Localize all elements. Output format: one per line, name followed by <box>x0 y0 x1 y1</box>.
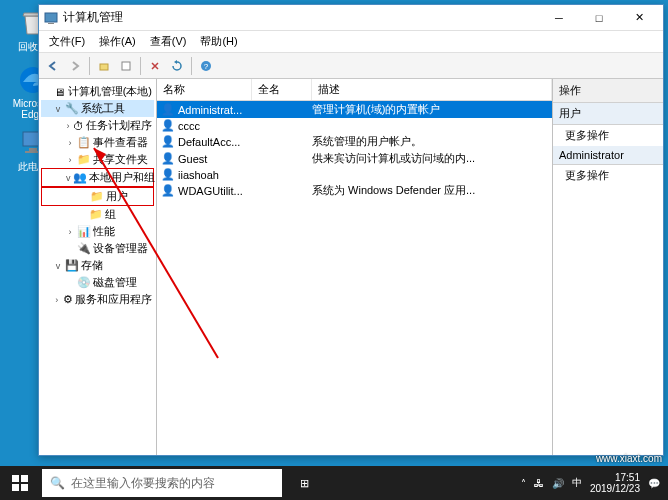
svg-rect-5 <box>48 23 54 24</box>
delete-button[interactable] <box>145 56 165 76</box>
start-button[interactable] <box>0 466 40 500</box>
folder-icon: 📁 <box>90 190 104 204</box>
svg-rect-15 <box>21 484 28 491</box>
svg-rect-2 <box>29 148 37 151</box>
list-row[interactable]: 👤DefaultAcc...系统管理的用户帐户。 <box>157 133 552 150</box>
help-button[interactable]: ? <box>196 56 216 76</box>
actions-more-1[interactable]: 更多操作 <box>553 125 663 146</box>
event-icon: 📋 <box>77 136 91 150</box>
close-button[interactable]: ✕ <box>619 6 659 30</box>
titlebar[interactable]: 计算机管理 ─ □ ✕ <box>39 5 663 31</box>
tree-performance[interactable]: ›📊性能 <box>41 223 154 240</box>
users-icon: 👥 <box>73 171 87 185</box>
actions-header: 操作 <box>553 79 663 103</box>
tree-groups[interactable]: 📁组 <box>41 206 154 223</box>
menu-view[interactable]: 查看(V) <box>144 32 193 51</box>
svg-rect-6 <box>100 64 108 70</box>
menu-file[interactable]: 文件(F) <box>43 32 91 51</box>
user-icon: 👤 <box>161 135 175 148</box>
tray-notifications-icon[interactable]: 💬 <box>648 478 660 489</box>
tree-system-tools[interactable]: v🔧系统工具 <box>41 100 154 117</box>
svg-rect-4 <box>45 13 57 22</box>
list-row[interactable]: 👤Guest供来宾访问计算机或访问域的内... <box>157 150 552 167</box>
svg-text:?: ? <box>204 62 209 71</box>
storage-icon: 💾 <box>65 259 79 273</box>
tray-ime-icon[interactable]: 中 <box>572 476 582 490</box>
tree-device-manager[interactable]: 🔌设备管理器 <box>41 240 154 257</box>
tools-icon: 🔧 <box>65 102 79 116</box>
tree-event-viewer[interactable]: ›📋事件查看器 <box>41 134 154 151</box>
search-box[interactable]: 🔍 在这里输入你要搜索的内容 <box>42 469 282 497</box>
folder-icon: 📁 <box>77 153 91 167</box>
list-header: 名称 全名 描述 <box>157 79 552 101</box>
search-placeholder: 在这里输入你要搜索的内容 <box>71 475 215 492</box>
tray-clock[interactable]: 17:51 2019/12/23 <box>590 472 640 494</box>
folder-icon: 📁 <box>89 208 103 222</box>
properties-button[interactable] <box>116 56 136 76</box>
user-icon: 👤 <box>161 103 175 116</box>
user-icon: 👤 <box>161 119 175 132</box>
actions-section-admin[interactable]: Administrator <box>553 146 663 165</box>
search-icon: 🔍 <box>50 476 65 490</box>
svg-rect-13 <box>21 475 28 482</box>
tree-task-scheduler[interactable]: ›⏱任务计划程序 <box>41 117 154 134</box>
col-name[interactable]: 名称 <box>157 79 252 100</box>
svg-rect-14 <box>12 484 19 491</box>
actions-section-users[interactable]: 用户 <box>553 103 663 125</box>
menu-action[interactable]: 操作(A) <box>93 32 142 51</box>
list-row[interactable]: 👤cccc <box>157 118 552 133</box>
list-row[interactable]: 👤iiashoah <box>157 167 552 182</box>
user-icon: 👤 <box>161 152 175 165</box>
system-tray[interactable]: ˄ 🖧 🔊 中 17:51 2019/12/23 💬 <box>513 472 668 494</box>
tree-disk-management[interactable]: 💿磁盘管理 <box>41 274 154 291</box>
computer-management-window: 计算机管理 ─ □ ✕ 文件(F) 操作(A) 查看(V) 帮助(H) ? 🖥计… <box>38 4 664 456</box>
list-panel: 名称 全名 描述 👤Administrat...管理计算机(域)的内置帐户👤cc… <box>157 79 553 455</box>
tree-storage[interactable]: v💾存储 <box>41 257 154 274</box>
tree-panel[interactable]: 🖥计算机管理(本地) v🔧系统工具 ›⏱任务计划程序 ›📋事件查看器 ›📁共享文… <box>39 79 157 455</box>
clock-icon: ⏱ <box>73 119 84 133</box>
device-icon: 🔌 <box>77 242 91 256</box>
list-body[interactable]: 👤Administrat...管理计算机(域)的内置帐户👤cccc👤Defaul… <box>157 101 552 455</box>
svg-rect-7 <box>122 62 130 70</box>
computer-icon: 🖥 <box>54 85 66 99</box>
user-icon: 👤 <box>161 168 175 181</box>
task-view-button[interactable]: ⊞ <box>284 466 324 500</box>
col-desc[interactable]: 描述 <box>312 79 552 100</box>
list-row[interactable]: 👤WDAGUtilit...系统为 Windows Defender 应用... <box>157 182 552 199</box>
tray-volume-icon[interactable]: 🔊 <box>552 478 564 489</box>
app-icon <box>43 10 59 26</box>
svg-rect-12 <box>12 475 19 482</box>
disk-icon: 💿 <box>77 276 91 290</box>
actions-more-2[interactable]: 更多操作 <box>553 165 663 186</box>
back-button[interactable] <box>43 56 63 76</box>
toolbar: ? <box>39 53 663 79</box>
user-icon: 👤 <box>161 184 175 197</box>
list-row[interactable]: 👤Administrat...管理计算机(域)的内置帐户 <box>157 101 552 118</box>
services-icon: ⚙ <box>63 293 74 307</box>
actions-panel: 操作 用户 更多操作 Administrator 更多操作 <box>553 79 663 455</box>
watermark: www.xiaxt.com <box>596 453 662 464</box>
tray-network-icon[interactable]: 🖧 <box>534 478 544 489</box>
maximize-button[interactable]: □ <box>579 6 619 30</box>
refresh-button[interactable] <box>167 56 187 76</box>
col-fullname[interactable]: 全名 <box>252 79 312 100</box>
forward-button[interactable] <box>65 56 85 76</box>
perf-icon: 📊 <box>77 225 91 239</box>
tree-services-apps[interactable]: ›⚙服务和应用程序 <box>41 291 154 308</box>
tree-local-users-groups[interactable]: v👥本地用户和组 <box>41 168 154 187</box>
tree-shared-folders[interactable]: ›📁共享文件夹 <box>41 151 154 168</box>
menu-help[interactable]: 帮助(H) <box>194 32 243 51</box>
up-button[interactable] <box>94 56 114 76</box>
menubar: 文件(F) 操作(A) 查看(V) 帮助(H) <box>39 31 663 53</box>
taskbar: 🔍 在这里输入你要搜索的内容 ⊞ ˄ 🖧 🔊 中 17:51 2019/12/2… <box>0 466 668 500</box>
tree-users[interactable]: 📁用户 <box>41 187 154 206</box>
tray-up-icon[interactable]: ˄ <box>521 478 526 489</box>
tree-root[interactable]: 🖥计算机管理(本地) <box>41 83 154 100</box>
window-title: 计算机管理 <box>63 9 539 26</box>
minimize-button[interactable]: ─ <box>539 6 579 30</box>
